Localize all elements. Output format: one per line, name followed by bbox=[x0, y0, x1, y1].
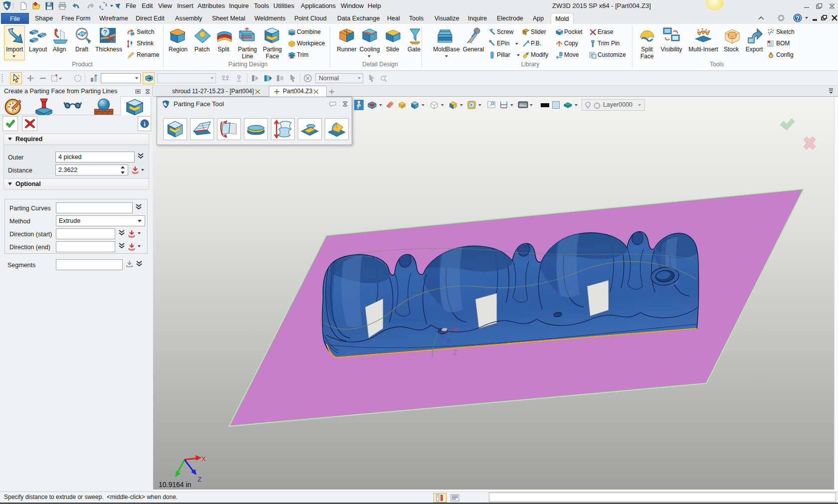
svg-text:Z: Z bbox=[453, 348, 457, 356]
svg-text:X: X bbox=[202, 455, 206, 463]
svg-text:?: ? bbox=[796, 15, 799, 22]
svg-text:?: ? bbox=[103, 28, 107, 36]
svg-text:10.9164 in: 10.9164 in bbox=[159, 481, 191, 489]
svg-text:Z: Z bbox=[198, 476, 202, 483]
